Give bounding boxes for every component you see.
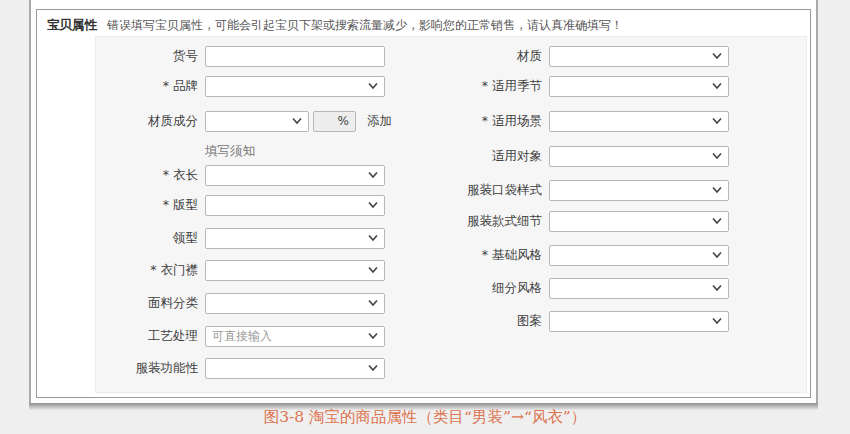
chevron-down-icon bbox=[368, 172, 378, 179]
fabric-category-label: 面料分类 bbox=[104, 295, 205, 312]
clothing-length-select[interactable] bbox=[205, 165, 385, 186]
scene-select[interactable] bbox=[549, 111, 729, 132]
panel-title: 宝贝属性 bbox=[47, 17, 97, 32]
form-row-material-composition: 材质成分 % 添加 bbox=[104, 110, 392, 132]
form-row-scene: * 适用场景 bbox=[426, 110, 729, 132]
item-number-input[interactable] bbox=[205, 46, 385, 67]
form-row-brand: * 品牌 bbox=[104, 75, 385, 97]
craft-treatment-select[interactable]: 可直接输入 bbox=[205, 326, 385, 347]
scene-label: * 适用场景 bbox=[426, 113, 549, 130]
chevron-down-icon bbox=[368, 365, 378, 372]
pocket-style-label: 服装口袋样式 bbox=[426, 182, 549, 199]
fit-type-label: * 版型 bbox=[104, 197, 205, 214]
chevron-down-icon bbox=[712, 218, 722, 225]
form-row-pocket-style: 服装口袋样式 bbox=[426, 179, 729, 201]
fit-type-select[interactable] bbox=[205, 195, 385, 216]
form-row-collar-type: 领型 bbox=[104, 227, 385, 249]
chevron-down-icon bbox=[368, 202, 378, 209]
form-row-season: * 适用季节 bbox=[426, 75, 729, 97]
collar-type-label: 领型 bbox=[104, 230, 205, 247]
pattern-label: 图案 bbox=[426, 313, 549, 330]
form-row-filling-notes: 填写须知 bbox=[104, 140, 255, 162]
filling-notes-link[interactable]: 填写须知 bbox=[205, 143, 255, 160]
form-row-clothing-function: 服装功能性 bbox=[104, 357, 385, 379]
pattern-select[interactable] bbox=[549, 311, 729, 332]
season-label: * 适用季节 bbox=[426, 78, 549, 95]
material-label: 材质 bbox=[426, 48, 549, 65]
page-background: 宝贝属性错误填写宝贝属性，可能会引起宝贝下架或搜索流量减少，影响您的正常销售，请… bbox=[0, 0, 850, 434]
item-number-label: 货号 bbox=[104, 48, 205, 65]
form-row-craft-treatment: 工艺处理 可直接输入 bbox=[104, 325, 385, 347]
add-composition-link[interactable]: 添加 bbox=[367, 113, 392, 130]
clothing-function-select[interactable] bbox=[205, 358, 385, 379]
material-select[interactable] bbox=[549, 46, 729, 67]
clothing-function-label: 服装功能性 bbox=[104, 360, 205, 377]
product-attributes-panel: 宝贝属性错误填写宝贝属性，可能会引起宝贝下架或搜索流量减少，影响您的正常销售，请… bbox=[36, 9, 811, 398]
form-row-clothing-length: * 衣长 bbox=[104, 164, 385, 186]
screenshot-page: 宝贝属性错误填写宝贝属性，可能会引起宝贝下架或搜索流量减少，影响您的正常销售，请… bbox=[29, 0, 818, 403]
form-row-material: 材质 bbox=[426, 45, 729, 67]
sub-style-label: 细分风格 bbox=[426, 280, 549, 297]
brand-label: * 品牌 bbox=[104, 78, 205, 95]
form-row-pattern: 图案 bbox=[426, 310, 729, 332]
sub-style-select[interactable] bbox=[549, 278, 729, 299]
season-select[interactable] bbox=[549, 76, 729, 97]
craft-treatment-value: 可直接输入 bbox=[212, 328, 272, 345]
chevron-down-icon bbox=[368, 300, 378, 307]
material-composition-select[interactable] bbox=[205, 111, 309, 132]
form-row-basic-style: * 基础风格 bbox=[426, 244, 729, 266]
pocket-style-select[interactable] bbox=[549, 180, 729, 201]
chevron-down-icon bbox=[712, 252, 722, 259]
form-row-item-number: 货号 bbox=[104, 45, 385, 67]
form-row-sub-style: 细分风格 bbox=[426, 277, 729, 299]
chevron-down-icon bbox=[368, 83, 378, 90]
brand-select[interactable] bbox=[205, 76, 385, 97]
form-row-fabric-category: 面料分类 bbox=[104, 292, 385, 314]
style-details-label: 服装款式细节 bbox=[426, 213, 549, 230]
chevron-down-icon bbox=[292, 118, 302, 125]
form-row-target-user: 适用对象 bbox=[426, 145, 729, 167]
panel-header: 宝贝属性错误填写宝贝属性，可能会引起宝贝下架或搜索流量减少，影响您的正常销售，请… bbox=[47, 17, 623, 34]
form-row-fit-type: * 版型 bbox=[104, 194, 385, 216]
fabric-category-select[interactable] bbox=[205, 293, 385, 314]
material-composition-label: 材质成分 bbox=[104, 113, 205, 130]
panel-warning-text: 错误填写宝贝属性，可能会引起宝贝下架或搜索流量减少，影响您的正常销售，请认真准确… bbox=[107, 18, 623, 32]
chevron-down-icon bbox=[712, 153, 722, 160]
placket-label: * 衣门襟 bbox=[104, 262, 205, 279]
target-user-label: 适用对象 bbox=[426, 148, 549, 165]
collar-type-select[interactable] bbox=[205, 228, 385, 249]
chevron-down-icon bbox=[368, 333, 378, 340]
chevron-down-icon bbox=[368, 267, 378, 274]
chevron-down-icon bbox=[368, 235, 378, 242]
chevron-down-icon bbox=[712, 285, 722, 292]
chevron-down-icon bbox=[712, 118, 722, 125]
craft-treatment-label: 工艺处理 bbox=[104, 328, 205, 345]
percent-field[interactable]: % bbox=[313, 111, 356, 132]
figure-caption: 图3-8 淘宝的商品属性（类目“男装”→“风衣”） bbox=[0, 407, 850, 428]
basic-style-select[interactable] bbox=[549, 245, 729, 266]
chevron-down-icon bbox=[712, 318, 722, 325]
clothing-length-label: * 衣长 bbox=[104, 167, 205, 184]
chevron-down-icon bbox=[712, 187, 722, 194]
placket-select[interactable] bbox=[205, 260, 385, 281]
attributes-form: 货号 * 品牌 材质成分 % 添加 bbox=[95, 36, 807, 393]
basic-style-label: * 基础风格 bbox=[426, 247, 549, 264]
chevron-down-icon bbox=[712, 83, 722, 90]
form-row-placket: * 衣门襟 bbox=[104, 259, 385, 281]
form-row-style-details: 服装款式细节 bbox=[426, 210, 729, 232]
style-details-select[interactable] bbox=[549, 211, 729, 232]
target-user-select[interactable] bbox=[549, 146, 729, 167]
chevron-down-icon bbox=[712, 53, 722, 60]
